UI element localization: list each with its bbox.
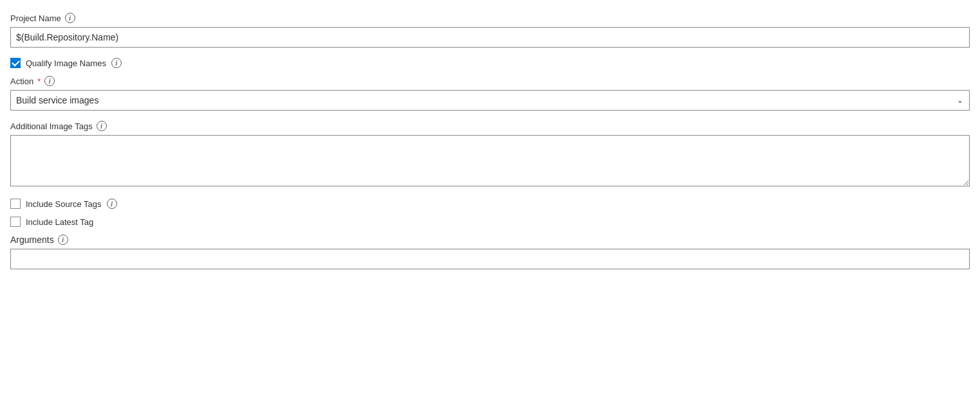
qualify-image-names-label[interactable]: Qualify Image Names: [26, 58, 106, 68]
additional-image-tags-info-icon[interactable]: i: [97, 121, 107, 131]
arguments-input[interactable]: [10, 249, 970, 269]
include-source-tags-checkbox[interactable]: [10, 199, 21, 209]
project-name-input[interactable]: [10, 27, 970, 48]
action-required-marker: *: [37, 76, 41, 86]
include-latest-tag-label[interactable]: Include Latest Tag: [26, 217, 93, 227]
include-source-tags-label[interactable]: Include Source Tags: [26, 199, 102, 209]
qualify-image-names-info-icon[interactable]: i: [111, 58, 122, 68]
action-info-icon[interactable]: i: [44, 76, 55, 86]
additional-image-tags-input[interactable]: [10, 135, 970, 186]
project-name-info-icon[interactable]: i: [65, 13, 75, 23]
action-label: Action: [10, 76, 33, 86]
qualify-image-names-checkbox[interactable]: [10, 58, 21, 68]
arguments-info-icon[interactable]: i: [58, 235, 68, 245]
include-source-tags-info-icon[interactable]: i: [107, 199, 117, 209]
additional-image-tags-label: Additional Image Tags: [10, 121, 93, 131]
action-select[interactable]: Build service images Push service images…: [10, 90, 970, 111]
include-latest-tag-checkbox[interactable]: [10, 217, 21, 227]
arguments-label: Arguments: [10, 235, 54, 245]
project-name-label: Project Name: [10, 13, 61, 23]
